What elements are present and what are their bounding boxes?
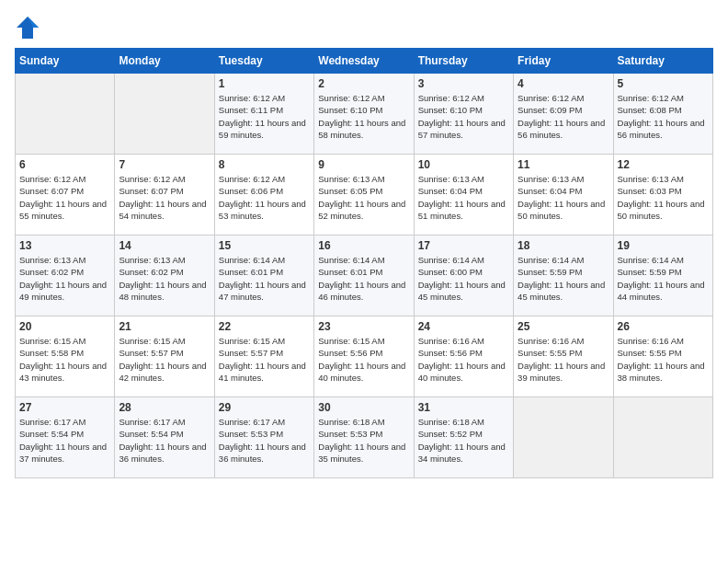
day-number: 13 xyxy=(19,239,110,252)
calendar-week-row: 27Sunrise: 6:17 AM Sunset: 5:54 PM Dayli… xyxy=(16,397,713,478)
day-info: Sunrise: 6:14 AM Sunset: 6:00 PM Dayligh… xyxy=(418,254,509,303)
calendar-cell: 18Sunrise: 6:14 AM Sunset: 5:59 PM Dayli… xyxy=(514,236,613,316)
day-number: 28 xyxy=(119,401,210,414)
weekday-header: Monday xyxy=(115,49,214,74)
day-number: 15 xyxy=(219,239,310,252)
calendar-cell xyxy=(514,397,613,478)
day-number: 22 xyxy=(219,320,310,333)
day-number: 11 xyxy=(518,158,609,171)
calendar-cell: 9Sunrise: 6:13 AM Sunset: 6:05 PM Daylig… xyxy=(314,155,414,236)
calendar-cell: 10Sunrise: 6:13 AM Sunset: 6:04 PM Dayli… xyxy=(414,155,513,236)
calendar-cell: 29Sunrise: 6:17 AM Sunset: 5:53 PM Dayli… xyxy=(214,397,313,478)
calendar-cell: 1Sunrise: 6:12 AM Sunset: 6:11 PM Daylig… xyxy=(214,74,313,155)
calendar-table: SundayMondayTuesdayWednesdayThursdayFrid… xyxy=(15,48,713,478)
calendar-cell: 19Sunrise: 6:14 AM Sunset: 5:59 PM Dayli… xyxy=(613,236,712,316)
calendar-cell: 5Sunrise: 6:12 AM Sunset: 6:08 PM Daylig… xyxy=(613,74,712,155)
day-info: Sunrise: 6:16 AM Sunset: 5:55 PM Dayligh… xyxy=(618,335,709,384)
calendar-cell: 17Sunrise: 6:14 AM Sunset: 6:00 PM Dayli… xyxy=(414,236,513,316)
day-number: 30 xyxy=(318,401,409,414)
calendar-cell: 25Sunrise: 6:16 AM Sunset: 5:55 PM Dayli… xyxy=(514,316,613,397)
day-number: 16 xyxy=(318,239,409,252)
calendar-cell xyxy=(115,74,214,155)
day-number: 27 xyxy=(19,401,110,414)
weekday-header: Saturday xyxy=(613,49,712,74)
calendar-cell: 13Sunrise: 6:13 AM Sunset: 6:02 PM Dayli… xyxy=(16,236,115,316)
day-info: Sunrise: 6:14 AM Sunset: 5:59 PM Dayligh… xyxy=(518,254,609,303)
day-info: Sunrise: 6:16 AM Sunset: 5:55 PM Dayligh… xyxy=(518,335,609,384)
calendar-cell: 21Sunrise: 6:15 AM Sunset: 5:57 PM Dayli… xyxy=(115,316,214,397)
day-number: 1 xyxy=(219,77,310,90)
day-number: 6 xyxy=(19,158,110,171)
weekday-header: Friday xyxy=(514,49,613,74)
calendar-cell: 14Sunrise: 6:13 AM Sunset: 6:02 PM Dayli… xyxy=(115,236,214,316)
calendar-cell: 7Sunrise: 6:12 AM Sunset: 6:07 PM Daylig… xyxy=(115,155,214,236)
calendar-cell: 3Sunrise: 6:12 AM Sunset: 6:10 PM Daylig… xyxy=(414,74,513,155)
day-info: Sunrise: 6:15 AM Sunset: 5:58 PM Dayligh… xyxy=(19,335,110,384)
day-info: Sunrise: 6:13 AM Sunset: 6:05 PM Dayligh… xyxy=(318,173,409,222)
day-info: Sunrise: 6:14 AM Sunset: 6:01 PM Dayligh… xyxy=(318,254,409,303)
logo xyxy=(15,15,44,40)
day-info: Sunrise: 6:12 AM Sunset: 6:10 PM Dayligh… xyxy=(418,92,509,141)
calendar-cell: 28Sunrise: 6:17 AM Sunset: 5:54 PM Dayli… xyxy=(115,397,214,478)
calendar-cell: 23Sunrise: 6:15 AM Sunset: 5:56 PM Dayli… xyxy=(314,316,414,397)
day-info: Sunrise: 6:13 AM Sunset: 6:04 PM Dayligh… xyxy=(418,173,509,222)
day-number: 21 xyxy=(119,320,210,333)
day-info: Sunrise: 6:17 AM Sunset: 5:53 PM Dayligh… xyxy=(219,416,310,465)
day-info: Sunrise: 6:18 AM Sunset: 5:52 PM Dayligh… xyxy=(418,416,509,465)
calendar-week-row: 13Sunrise: 6:13 AM Sunset: 6:02 PM Dayli… xyxy=(16,236,713,316)
day-info: Sunrise: 6:13 AM Sunset: 6:04 PM Dayligh… xyxy=(518,173,609,222)
day-number: 24 xyxy=(418,320,509,333)
calendar-cell xyxy=(613,397,712,478)
day-number: 7 xyxy=(119,158,210,171)
day-info: Sunrise: 6:12 AM Sunset: 6:07 PM Dayligh… xyxy=(19,173,110,222)
calendar-cell: 8Sunrise: 6:12 AM Sunset: 6:06 PM Daylig… xyxy=(214,155,313,236)
calendar-cell: 6Sunrise: 6:12 AM Sunset: 6:07 PM Daylig… xyxy=(16,155,115,236)
page-header xyxy=(15,15,713,40)
weekday-header: Sunday xyxy=(16,49,115,74)
calendar-cell: 12Sunrise: 6:13 AM Sunset: 6:03 PM Dayli… xyxy=(613,155,712,236)
day-number: 31 xyxy=(418,401,509,414)
day-number: 23 xyxy=(318,320,409,333)
day-info: Sunrise: 6:16 AM Sunset: 5:56 PM Dayligh… xyxy=(418,335,509,384)
day-number: 25 xyxy=(518,320,609,333)
calendar-cell: 20Sunrise: 6:15 AM Sunset: 5:58 PM Dayli… xyxy=(16,316,115,397)
day-info: Sunrise: 6:13 AM Sunset: 6:02 PM Dayligh… xyxy=(19,254,110,303)
logo-icon xyxy=(15,15,40,40)
day-number: 14 xyxy=(119,239,210,252)
day-number: 29 xyxy=(219,401,310,414)
day-number: 26 xyxy=(618,320,709,333)
day-number: 3 xyxy=(418,77,509,90)
calendar-cell xyxy=(16,74,115,155)
day-number: 19 xyxy=(618,239,709,252)
weekday-header: Thursday xyxy=(414,49,513,74)
day-number: 12 xyxy=(618,158,709,171)
calendar-cell: 22Sunrise: 6:15 AM Sunset: 5:57 PM Dayli… xyxy=(214,316,313,397)
calendar-cell: 4Sunrise: 6:12 AM Sunset: 6:09 PM Daylig… xyxy=(514,74,613,155)
day-info: Sunrise: 6:14 AM Sunset: 6:01 PM Dayligh… xyxy=(219,254,310,303)
day-number: 2 xyxy=(318,77,409,90)
day-info: Sunrise: 6:12 AM Sunset: 6:09 PM Dayligh… xyxy=(518,92,609,141)
calendar-cell: 24Sunrise: 6:16 AM Sunset: 5:56 PM Dayli… xyxy=(414,316,513,397)
day-info: Sunrise: 6:13 AM Sunset: 6:03 PM Dayligh… xyxy=(618,173,709,222)
day-number: 4 xyxy=(518,77,609,90)
calendar-cell: 15Sunrise: 6:14 AM Sunset: 6:01 PM Dayli… xyxy=(214,236,313,316)
calendar-week-row: 20Sunrise: 6:15 AM Sunset: 5:58 PM Dayli… xyxy=(16,316,713,397)
day-number: 17 xyxy=(418,239,509,252)
calendar-week-row: 1Sunrise: 6:12 AM Sunset: 6:11 PM Daylig… xyxy=(16,74,713,155)
day-info: Sunrise: 6:15 AM Sunset: 5:57 PM Dayligh… xyxy=(219,335,310,384)
weekday-header: Tuesday xyxy=(214,49,313,74)
day-info: Sunrise: 6:15 AM Sunset: 5:57 PM Dayligh… xyxy=(119,335,210,384)
calendar-cell: 2Sunrise: 6:12 AM Sunset: 6:10 PM Daylig… xyxy=(314,74,414,155)
day-info: Sunrise: 6:12 AM Sunset: 6:08 PM Dayligh… xyxy=(618,92,709,141)
day-number: 9 xyxy=(318,158,409,171)
day-info: Sunrise: 6:13 AM Sunset: 6:02 PM Dayligh… xyxy=(119,254,210,303)
day-info: Sunrise: 6:15 AM Sunset: 5:56 PM Dayligh… xyxy=(318,335,409,384)
day-number: 10 xyxy=(418,158,509,171)
day-info: Sunrise: 6:18 AM Sunset: 5:53 PM Dayligh… xyxy=(318,416,409,465)
day-number: 5 xyxy=(618,77,709,90)
day-info: Sunrise: 6:17 AM Sunset: 5:54 PM Dayligh… xyxy=(119,416,210,465)
weekday-header-row: SundayMondayTuesdayWednesdayThursdayFrid… xyxy=(16,49,713,74)
day-info: Sunrise: 6:17 AM Sunset: 5:54 PM Dayligh… xyxy=(19,416,110,465)
day-info: Sunrise: 6:12 AM Sunset: 6:10 PM Dayligh… xyxy=(318,92,409,141)
calendar-week-row: 6Sunrise: 6:12 AM Sunset: 6:07 PM Daylig… xyxy=(16,155,713,236)
